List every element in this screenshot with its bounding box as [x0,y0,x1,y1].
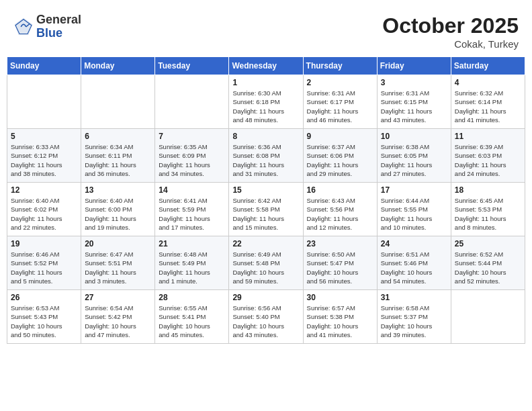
day-number: 3 [381,78,447,87]
day-number: 1 [232,78,299,87]
calendar-day-cell: 29Sunrise: 6:56 AM Sunset: 5:40 PM Dayli… [229,290,303,344]
day-info: Sunrise: 6:56 AM Sunset: 5:40 PM Dayligh… [232,304,299,339]
calendar-week-row: 26Sunrise: 6:53 AM Sunset: 5:43 PM Dayli… [7,290,525,344]
day-of-week-header: Wednesday [229,57,303,75]
calendar-day-cell: 21Sunrise: 6:48 AM Sunset: 5:49 PM Dayli… [155,236,229,290]
calendar-day-cell: 15Sunrise: 6:42 AM Sunset: 5:58 PM Dayli… [229,183,303,236]
day-info: Sunrise: 6:54 AM Sunset: 5:42 PM Dayligh… [85,304,151,339]
calendar-day-cell [155,75,229,129]
day-number: 8 [232,132,299,141]
day-number: 14 [159,185,225,195]
day-info: Sunrise: 6:46 AM Sunset: 5:52 PM Dayligh… [11,250,77,285]
day-number: 9 [307,132,373,141]
day-info: Sunrise: 6:32 AM Sunset: 6:14 PM Dayligh… [455,89,521,124]
calendar-day-cell: 9Sunrise: 6:37 AM Sunset: 6:06 PM Daylig… [303,129,377,183]
calendar-day-cell: 13Sunrise: 6:40 AM Sunset: 6:00 PM Dayli… [81,183,155,236]
calendar-day-cell [7,75,81,129]
day-info: Sunrise: 6:31 AM Sunset: 6:15 PM Dayligh… [381,89,447,124]
calendar-day-cell: 4Sunrise: 6:32 AM Sunset: 6:14 PM Daylig… [451,75,525,129]
day-number: 22 [232,239,299,248]
calendar-day-cell: 12Sunrise: 6:40 AM Sunset: 6:02 PM Dayli… [7,183,81,236]
day-of-week-header: Tuesday [155,57,229,75]
day-number: 20 [85,239,151,248]
calendar-week-row: 19Sunrise: 6:46 AM Sunset: 5:52 PM Dayli… [7,236,525,290]
svg-marker-0 [15,17,33,35]
calendar-day-cell [451,290,525,344]
calendar-day-cell: 16Sunrise: 6:43 AM Sunset: 5:56 PM Dayli… [303,183,377,236]
day-number: 7 [159,132,225,141]
day-number: 23 [307,239,373,248]
day-info: Sunrise: 6:48 AM Sunset: 5:49 PM Dayligh… [159,250,225,285]
day-info: Sunrise: 6:34 AM Sunset: 6:11 PM Dayligh… [85,142,151,178]
day-info: Sunrise: 6:53 AM Sunset: 5:43 PM Dayligh… [11,304,77,339]
day-info: Sunrise: 6:36 AM Sunset: 6:08 PM Dayligh… [232,142,299,178]
day-info: Sunrise: 6:40 AM Sunset: 6:00 PM Dayligh… [85,196,151,232]
day-number: 30 [307,293,373,302]
day-info: Sunrise: 6:49 AM Sunset: 5:48 PM Dayligh… [232,250,299,285]
day-number: 18 [455,185,521,195]
day-info: Sunrise: 6:35 AM Sunset: 6:09 PM Dayligh… [159,142,225,178]
logo-icon [13,17,34,37]
location-subtitle: Cokak, Turkey [382,38,519,50]
day-info: Sunrise: 6:40 AM Sunset: 6:02 PM Dayligh… [11,196,77,232]
day-of-week-header: Friday [377,57,451,75]
day-number: 24 [381,239,447,248]
day-info: Sunrise: 6:58 AM Sunset: 5:37 PM Dayligh… [381,304,447,339]
title-block: October 2025 Cokak, Turkey [382,13,519,50]
calendar-day-cell: 14Sunrise: 6:41 AM Sunset: 5:59 PM Dayli… [155,183,229,236]
logo: General Blue [13,13,81,40]
calendar-day-cell: 1Sunrise: 6:30 AM Sunset: 6:18 PM Daylig… [229,75,303,129]
calendar-day-cell: 31Sunrise: 6:58 AM Sunset: 5:37 PM Dayli… [377,290,451,344]
day-info: Sunrise: 6:30 AM Sunset: 6:18 PM Dayligh… [232,89,299,124]
day-number: 21 [159,239,225,248]
day-number: 27 [85,293,151,302]
day-info: Sunrise: 6:55 AM Sunset: 5:41 PM Dayligh… [159,304,225,339]
day-number: 13 [85,185,151,195]
calendar-day-cell: 17Sunrise: 6:44 AM Sunset: 5:55 PM Dayli… [377,183,451,236]
day-info: Sunrise: 6:39 AM Sunset: 6:03 PM Dayligh… [455,142,521,178]
calendar-day-cell [81,75,155,129]
page-header: General Blue October 2025 Cokak, Turkey [7,7,525,53]
day-number: 2 [307,78,373,87]
day-info: Sunrise: 6:50 AM Sunset: 5:47 PM Dayligh… [307,250,373,285]
day-number: 31 [381,293,447,302]
calendar-day-cell: 26Sunrise: 6:53 AM Sunset: 5:43 PM Dayli… [7,290,81,344]
calendar-table: SundayMondayTuesdayWednesdayThursdayFrid… [7,56,525,344]
logo-general: General [36,13,81,27]
calendar-week-row: 5Sunrise: 6:33 AM Sunset: 6:12 PM Daylig… [7,129,525,183]
calendar-day-cell: 10Sunrise: 6:38 AM Sunset: 6:05 PM Dayli… [377,129,451,183]
day-number: 10 [381,132,447,141]
day-number: 17 [381,185,447,195]
calendar-week-row: 12Sunrise: 6:40 AM Sunset: 6:02 PM Dayli… [7,183,525,236]
calendar-day-cell: 8Sunrise: 6:36 AM Sunset: 6:08 PM Daylig… [229,129,303,183]
day-info: Sunrise: 6:47 AM Sunset: 5:51 PM Dayligh… [85,250,151,285]
day-of-week-header: Sunday [7,57,81,75]
day-info: Sunrise: 6:42 AM Sunset: 5:58 PM Dayligh… [232,196,299,232]
calendar-day-cell: 20Sunrise: 6:47 AM Sunset: 5:51 PM Dayli… [81,236,155,290]
day-number: 6 [85,132,151,141]
day-info: Sunrise: 6:52 AM Sunset: 5:44 PM Dayligh… [455,250,521,285]
day-of-week-header: Monday [81,57,155,75]
day-number: 29 [232,293,299,302]
calendar-day-cell: 25Sunrise: 6:52 AM Sunset: 5:44 PM Dayli… [451,236,525,290]
calendar-day-cell: 24Sunrise: 6:51 AM Sunset: 5:46 PM Dayli… [377,236,451,290]
day-info: Sunrise: 6:57 AM Sunset: 5:38 PM Dayligh… [307,304,373,339]
day-info: Sunrise: 6:45 AM Sunset: 5:53 PM Dayligh… [455,196,521,232]
logo-text: General Blue [36,13,81,40]
calendar-day-cell: 23Sunrise: 6:50 AM Sunset: 5:47 PM Dayli… [303,236,377,290]
day-number: 15 [232,185,299,195]
calendar-day-cell: 27Sunrise: 6:54 AM Sunset: 5:42 PM Dayli… [81,290,155,344]
calendar-day-cell: 22Sunrise: 6:49 AM Sunset: 5:48 PM Dayli… [229,236,303,290]
day-info: Sunrise: 6:43 AM Sunset: 5:56 PM Dayligh… [307,196,373,232]
logo-blue: Blue [36,27,81,40]
day-info: Sunrise: 6:38 AM Sunset: 6:05 PM Dayligh… [381,142,447,178]
day-number: 28 [159,293,225,302]
month-title: October 2025 [382,13,519,38]
calendar-day-cell: 6Sunrise: 6:34 AM Sunset: 6:11 PM Daylig… [81,129,155,183]
calendar-week-row: 1Sunrise: 6:30 AM Sunset: 6:18 PM Daylig… [7,75,525,129]
calendar-header-row: SundayMondayTuesdayWednesdayThursdayFrid… [7,57,525,75]
day-number: 4 [455,78,521,87]
day-number: 5 [11,132,77,141]
day-info: Sunrise: 6:51 AM Sunset: 5:46 PM Dayligh… [381,250,447,285]
calendar-day-cell: 18Sunrise: 6:45 AM Sunset: 5:53 PM Dayli… [451,183,525,236]
